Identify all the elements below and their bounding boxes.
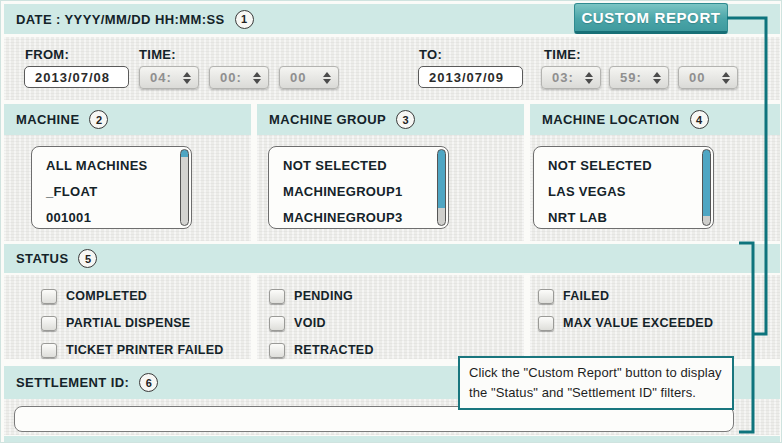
status-option[interactable]: MAX VALUE EXCEEDED xyxy=(538,315,713,331)
machine-group-listbox[interactable]: NOT SELECTED MACHINEGROUP1 MACHINEGROUP3 xyxy=(268,146,449,229)
from-hour-value: 04: xyxy=(150,70,172,85)
from-second-stepper[interactable]: 00 xyxy=(279,66,339,89)
machine-group-option[interactable]: MACHINEGROUP1 xyxy=(269,178,448,204)
annotation-badge-4: 4 xyxy=(690,110,709,129)
status-header-band: STATUS 5 xyxy=(4,244,780,273)
machine-group-header-band: MACHINE GROUP 3 xyxy=(257,104,524,135)
checkbox-pending[interactable] xyxy=(269,289,285,304)
checkbox-ticket-printer-failed[interactable] xyxy=(41,343,57,358)
machine-list-scrollbar[interactable] xyxy=(180,149,189,226)
checkbox-label: FAILED xyxy=(563,289,609,303)
bottom-accent-strip xyxy=(4,436,780,442)
machine-location-list-section: NOT SELECTED LAS VEGAS NRT LAB xyxy=(530,135,780,241)
spinner-down-icon[interactable] xyxy=(722,79,730,84)
to-date-input[interactable] xyxy=(418,66,523,88)
spinner-up-icon[interactable] xyxy=(253,72,261,77)
machine-option[interactable]: 001001 xyxy=(32,204,191,230)
machine-group-label: MACHINE GROUP xyxy=(269,112,386,127)
checkbox-partial-dispense[interactable] xyxy=(41,316,57,331)
status-checkbox-column-2: PENDING VOID RETRACTED xyxy=(257,275,524,359)
spinner-up-icon[interactable] xyxy=(183,72,191,77)
checkbox-label: RETRACTED xyxy=(294,343,374,357)
to-minute-value: 59: xyxy=(620,70,642,85)
machine-location-option[interactable]: LAS VEGAS xyxy=(534,178,713,204)
status-option[interactable]: PENDING xyxy=(269,288,353,304)
status-option[interactable]: COMPLETED xyxy=(41,288,147,304)
to-hour-stepper[interactable]: 03: xyxy=(541,66,601,89)
machine-location-listbox[interactable]: NOT SELECTED LAS VEGAS NRT LAB xyxy=(533,146,714,229)
to-second-stepper[interactable]: 00 xyxy=(678,66,738,89)
machine-group-list-section: NOT SELECTED MACHINEGROUP1 MACHINEGROUP3 xyxy=(257,135,524,241)
custom-report-button[interactable]: CUSTOM REPORT xyxy=(574,3,728,34)
checkbox-void[interactable] xyxy=(269,316,285,331)
to-minute-stepper[interactable]: 59: xyxy=(609,66,669,89)
annotation-badge-6: 6 xyxy=(139,373,158,392)
from-second-value: 00 xyxy=(290,70,306,85)
spinner-up-icon[interactable] xyxy=(653,72,661,77)
machine-location-option[interactable]: NOT SELECTED xyxy=(534,152,713,178)
settlement-id-label: SETTLEMENT ID: xyxy=(16,375,129,390)
spinner-down-icon[interactable] xyxy=(585,79,593,84)
machine-listbox[interactable]: ALL MACHINES _FLOAT 001001 xyxy=(31,146,192,229)
custom-report-button-label: CUSTOM REPORT xyxy=(581,9,720,26)
from-label: FROM: xyxy=(25,47,69,62)
to-label: TO: xyxy=(419,47,442,62)
stepper-arrows-icon[interactable] xyxy=(653,72,661,84)
machine-header-band: MACHINE 2 xyxy=(4,104,251,135)
stepper-arrows-icon[interactable] xyxy=(585,72,593,84)
from-minute-value: 00: xyxy=(220,70,242,85)
status-option[interactable]: FAILED xyxy=(538,288,609,304)
checkbox-label: COMPLETED xyxy=(66,289,147,303)
machine-list-section: ALL MACHINES _FLOAT 001001 xyxy=(4,135,251,241)
spinner-down-icon[interactable] xyxy=(253,79,261,84)
checkbox-completed[interactable] xyxy=(41,289,57,304)
machine-label: MACHINE xyxy=(16,112,79,127)
checkbox-max-value-exceeded[interactable] xyxy=(538,316,554,331)
status-option[interactable]: TICKET PRINTER FAILED xyxy=(41,342,224,358)
to-time-label: TIME: xyxy=(544,47,581,62)
status-checkbox-column-1: COMPLETED PARTIAL DISPENSE TICKET PRINTE… xyxy=(4,275,251,359)
status-option[interactable]: PARTIAL DISPENSE xyxy=(41,315,191,331)
from-date-input[interactable] xyxy=(24,66,129,88)
checkbox-label: MAX VALUE EXCEEDED xyxy=(563,316,713,330)
stepper-arrows-icon[interactable] xyxy=(253,72,261,84)
machine-location-label: MACHINE LOCATION xyxy=(542,112,680,127)
annotation-badge-5: 5 xyxy=(78,249,97,268)
spinner-up-icon[interactable] xyxy=(323,72,331,77)
tooltip-text-line2: the "Status" and "Settlement ID" filters… xyxy=(469,385,696,400)
checkbox-label: TICKET PRINTER FAILED xyxy=(66,343,224,357)
spinner-up-icon[interactable] xyxy=(722,72,730,77)
machine-option[interactable]: _FLOAT xyxy=(32,178,191,204)
stepper-arrows-icon[interactable] xyxy=(323,72,331,84)
custom-report-tooltip: Click the "Custom Report" button to disp… xyxy=(458,356,734,410)
spinner-down-icon[interactable] xyxy=(653,79,661,84)
stepper-arrows-icon[interactable] xyxy=(722,72,730,84)
checkbox-failed[interactable] xyxy=(538,289,554,304)
checkbox-label: VOID xyxy=(294,316,326,330)
from-time-label: TIME: xyxy=(139,47,176,62)
date-format-label: DATE : YYYY/MM/DD HH:MM:SS xyxy=(16,12,225,27)
from-hour-stepper[interactable]: 04: xyxy=(139,66,199,89)
to-second-value: 00 xyxy=(689,70,705,85)
machine-location-list-scrollbar[interactable] xyxy=(702,149,711,226)
spinner-up-icon[interactable] xyxy=(585,72,593,77)
status-option[interactable]: RETRACTED xyxy=(269,342,374,358)
stepper-arrows-icon[interactable] xyxy=(183,72,191,84)
status-option[interactable]: VOID xyxy=(269,315,326,331)
annotation-badge-3: 3 xyxy=(396,110,415,129)
from-minute-stepper[interactable]: 00: xyxy=(209,66,269,89)
spinner-down-icon[interactable] xyxy=(323,79,331,84)
machine-group-list-scrollbar[interactable] xyxy=(437,149,446,226)
spinner-down-icon[interactable] xyxy=(183,79,191,84)
date-range-section: FROM: TIME: 04: 00: 00 TO: TIME: 03: 59:… xyxy=(4,37,780,100)
machine-group-option[interactable]: NOT SELECTED xyxy=(269,152,448,178)
status-label: STATUS xyxy=(16,251,68,266)
annotation-badge-1: 1 xyxy=(235,10,254,29)
checkbox-label: PENDING xyxy=(294,289,353,303)
checkbox-retracted[interactable] xyxy=(269,343,285,358)
status-checkbox-column-3: FAILED MAX VALUE EXCEEDED xyxy=(530,275,780,359)
machine-location-option[interactable]: NRT LAB xyxy=(534,204,713,230)
machine-group-option[interactable]: MACHINEGROUP3 xyxy=(269,204,448,230)
machine-option[interactable]: ALL MACHINES xyxy=(32,152,191,178)
to-hour-value: 03: xyxy=(552,70,574,85)
